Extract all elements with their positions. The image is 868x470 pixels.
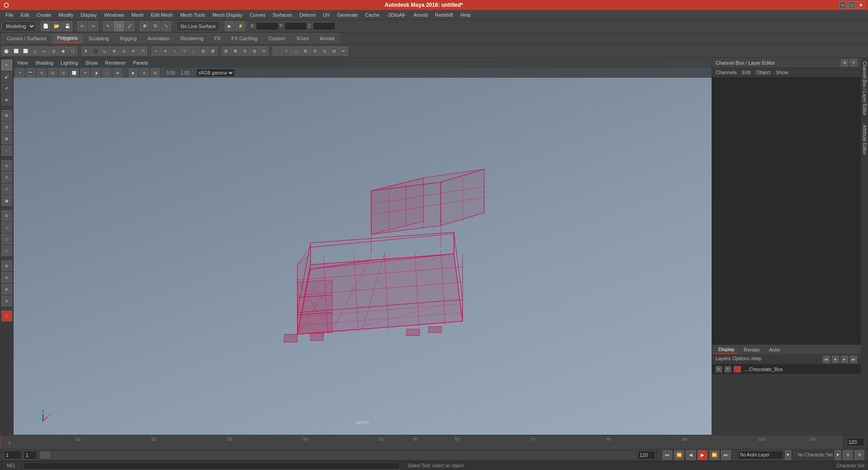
vp-light-icon[interactable]: ☀ (80, 68, 90, 77)
extract-icon-btn[interactable]: ⊠ (208, 47, 217, 56)
move-tool-button[interactable]: ✥ (140, 21, 150, 31)
save-file-button[interactable]: 💾 (62, 21, 72, 31)
sym-select-icon[interactable]: ⊟ (330, 47, 339, 56)
layer-options-btn[interactable]: Options (732, 356, 750, 363)
bool-union-icon-btn[interactable]: ⊔ (119, 47, 128, 56)
uv-editor-icon-btn[interactable]: ⊞ (222, 47, 231, 56)
left-section-4[interactable]: + (1, 145, 12, 156)
tab-fx-caching[interactable]: FX Caching (226, 33, 262, 43)
script-input[interactable] (23, 462, 400, 470)
layer-layers-btn[interactable]: Layers (716, 356, 731, 363)
layer-help-btn[interactable]: Help (751, 356, 762, 363)
x-field[interactable] (256, 22, 278, 30)
no-live-surface-button[interactable]: No Live Surface (176, 21, 220, 31)
z-field[interactable] (313, 22, 335, 30)
left-section-10[interactable]: △ (1, 222, 12, 233)
maximize-button[interactable]: □ (848, 1, 855, 9)
menu-redshift[interactable]: Redshift (431, 11, 457, 19)
menu-display[interactable]: Display (77, 11, 100, 19)
left-section-7[interactable]: ≡ (1, 183, 12, 194)
wireframe-icon[interactable]: ⊡ (311, 47, 320, 56)
current-frame-field[interactable] (4, 451, 22, 460)
left-section-5[interactable]: ◎ (1, 160, 12, 171)
play-fwd-btn[interactable]: ▶ (698, 450, 708, 460)
menu-file[interactable]: File (2, 11, 17, 19)
viewport-menu-panels[interactable]: Panels (133, 60, 148, 66)
channel-box-close-btn[interactable]: ✕ (850, 59, 857, 66)
range-start-field[interactable] (24, 451, 37, 460)
tab-rendering[interactable]: Rendering (175, 33, 208, 43)
menu-curves[interactable]: Curves (246, 11, 269, 19)
left-section-16[interactable]: ⊘ (1, 296, 12, 306)
layer-tab-display[interactable]: Display (716, 346, 737, 354)
cylinder-icon-btn[interactable]: ⬜ (21, 47, 30, 56)
close-button[interactable]: ✕ (857, 1, 864, 9)
new-file-button[interactable]: 📄 (41, 21, 51, 31)
char-set-extra-btn[interactable]: ⊞ (854, 450, 864, 460)
rotate-tool-button[interactable]: ↻ (151, 21, 160, 31)
left-section-6[interactable]: ⊙ (1, 172, 12, 183)
vp-smooth-icon[interactable]: ◎ (59, 68, 68, 77)
play-back-key-btn[interactable]: ⏪ (674, 450, 684, 460)
tab-custom[interactable]: Custom (264, 33, 291, 43)
layer-tab-anim[interactable]: Anim (766, 346, 783, 353)
menu-deform[interactable]: Deform (296, 11, 319, 19)
menu-modify[interactable]: Modify (55, 11, 77, 19)
left-section-1[interactable]: ⊞ (1, 110, 12, 121)
smooth-icon-btn[interactable]: ◌ (189, 47, 198, 56)
menu-windows[interactable]: Windows (100, 11, 128, 19)
menu-cache[interactable]: Cache (362, 11, 383, 19)
left-section-11[interactable]: ◇ (1, 234, 12, 244)
tab-fx[interactable]: FX (209, 33, 226, 43)
layer-ctrl-2[interactable]: ⏴ (832, 356, 839, 363)
disk-icon-btn[interactable]: ◉ (59, 47, 68, 56)
bool-diff-icon-btn[interactable]: ⊖ (129, 47, 138, 56)
viewport-menu-lighting[interactable]: Lighting (61, 60, 78, 66)
range-end-field2[interactable] (637, 451, 656, 460)
cb-nav-channels[interactable]: Channels (716, 70, 736, 75)
ipr-render-button[interactable]: ⚡ (236, 21, 245, 31)
vp-xray-icon[interactable]: ⊟ (151, 68, 160, 77)
layer-playback-check[interactable]: P (725, 366, 731, 372)
plane-icon-btn[interactable]: ▭ (40, 47, 49, 56)
viewport-menu-view[interactable]: View (17, 60, 28, 66)
viewport-menu-show[interactable]: Show (85, 60, 98, 66)
vp-texture-icon[interactable]: ⬜ (70, 68, 79, 77)
menu-3dto-all[interactable]: -3DtoAll- (383, 11, 410, 19)
torus-icon-btn[interactable]: ◎ (49, 47, 58, 56)
sphere-icon-btn[interactable]: ⬤ (2, 47, 11, 56)
platonic-icon-btn[interactable]: ⬡ (68, 47, 77, 56)
vp-wire-icon[interactable]: ⊡ (48, 68, 57, 77)
anim-layer-dropdown[interactable]: No Anim Layer (738, 451, 783, 460)
layer-visible-check[interactable]: V (716, 366, 722, 372)
viewport[interactable]: View Shading Lighting Show Renderer Pane… (14, 58, 712, 435)
layer-ctrl-3[interactable]: ⏵ (841, 356, 848, 363)
play-fwd-key-btn[interactable]: ⏩ (709, 450, 719, 460)
y-field[interactable] (284, 22, 307, 30)
left-section-8[interactable]: ▦ (1, 195, 12, 206)
face-select-icon[interactable]: □ (292, 47, 301, 56)
uv-spherical-icon-btn[interactable]: ⊙ (259, 47, 269, 56)
left-section-3[interactable]: ⊠ (1, 133, 12, 144)
layer-tab-render[interactable]: Render (741, 346, 763, 353)
anim-layer-dropdown-btn[interactable]: ▼ (785, 450, 791, 460)
menu-mesh[interactable]: Mesh (128, 11, 147, 19)
show-hide-btn[interactable]: 👁 (1, 95, 12, 106)
range-end-field[interactable] (846, 437, 864, 446)
tab-sculpting[interactable]: Sculpting (84, 33, 114, 43)
minimize-button[interactable]: ─ (839, 1, 846, 9)
menu-edit[interactable]: Edit (17, 11, 33, 19)
left-section-15[interactable]: ⊗ (1, 284, 12, 295)
tab-curves-surfaces[interactable]: Curves / Surfaces (2, 33, 51, 43)
menu-mesh-tools[interactable]: Mesh Tools (177, 11, 209, 19)
vp-dof-icon[interactable]: ⊕ (113, 68, 122, 77)
tab-polygons[interactable]: Polygons (52, 33, 82, 43)
gamma-dropdown[interactable]: sRGB gamma (196, 69, 235, 77)
char-set-settings-btn[interactable]: ⚙ (843, 450, 853, 460)
window-controls[interactable]: ─ □ ✕ (839, 1, 864, 9)
vp-ao-icon[interactable]: ◌ (102, 68, 111, 77)
tab-arnold[interactable]: Arnold (315, 33, 340, 43)
extrude-icon-btn[interactable]: ⬆ (81, 47, 90, 56)
char-set-dropdown-btn[interactable]: ▼ (835, 450, 841, 460)
bevel-icon-btn[interactable]: ◺ (100, 47, 109, 56)
